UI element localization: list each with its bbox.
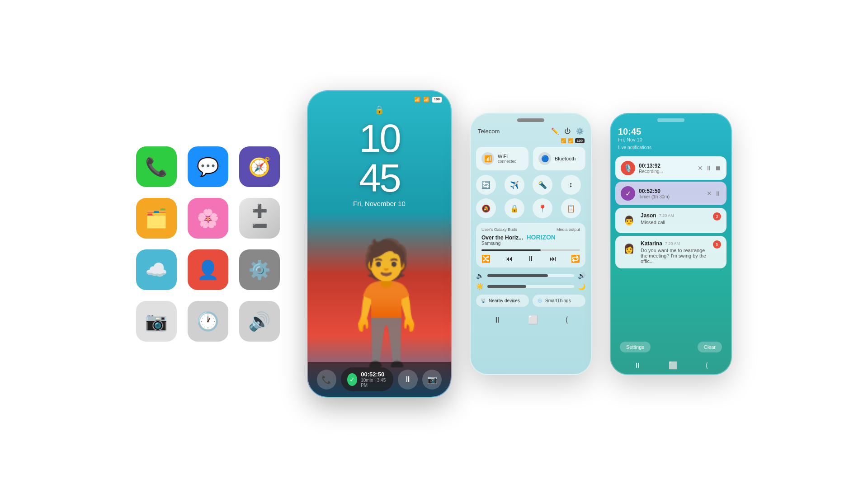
- notif-bottom-buttons: Settings Clear: [611, 342, 731, 352]
- brightness-track[interactable]: [487, 285, 574, 288]
- app-grid: 📞 💬 🧭 🗂️ 🌸 ➕➖ ☁️ 👤 ⚙️ 📷 🕐 🔊: [136, 146, 280, 342]
- clock-hour: 10: [308, 118, 451, 158]
- timer-icon: ✓: [347, 373, 357, 386]
- katarina-avatar: 👩: [621, 240, 637, 257]
- app-speaker[interactable]: 🔊: [239, 301, 280, 342]
- pause-btn[interactable]: ⏸: [398, 370, 418, 389]
- jason-count: 3: [713, 212, 721, 221]
- timer-pill[interactable]: ✓ 00:52:50 10min · 3:45 PM: [341, 367, 393, 391]
- media-source: User's Galaxy Buds: [481, 227, 517, 232]
- app-flower[interactable]: 🌸: [188, 198, 228, 239]
- jason-msg-card[interactable]: 👨 Jason 7:20 AM Missed call 3: [615, 208, 726, 233]
- timer-notif-content: 00:52:50 Timer (1h 30m): [639, 188, 703, 199]
- notif-clear-btn[interactable]: Clear: [698, 342, 722, 352]
- notif-notch: [657, 118, 684, 122]
- camera-quick-btn[interactable]: 📷: [422, 370, 442, 389]
- katarina-text: Do you want me to rearrange the meeting?…: [641, 248, 709, 264]
- recording-pause[interactable]: ⏸: [706, 164, 712, 172]
- timer-notif[interactable]: ✓ 00:52:50 Timer (1h 30m) ✕ ⏸: [615, 182, 726, 205]
- media-progress-fill: [481, 249, 541, 251]
- location-btn[interactable]: 📍: [533, 198, 552, 218]
- katarina-name: Katarina: [641, 240, 662, 247]
- cc-nav-back[interactable]: ⟨: [565, 315, 568, 325]
- bluetooth-tile[interactable]: 🔵 Bluetooth: [533, 147, 585, 170]
- bottom-bar: 📞 ✓ 00:52:50 10min · 3:45 PM ⏸ 📷: [308, 362, 451, 397]
- volume-track[interactable]: [487, 274, 574, 277]
- timer-close[interactable]: ✕: [707, 190, 712, 197]
- volume-icon: 🔈: [476, 272, 484, 279]
- app-files[interactable]: 🗂️: [136, 198, 177, 239]
- transfer-btn[interactable]: ↕️: [561, 175, 581, 195]
- notch: [517, 118, 544, 122]
- rotate-btn[interactable]: 🔄: [476, 175, 496, 195]
- timer-notif-actions: ✕ ⏸: [707, 190, 721, 197]
- notif-header: 10:45 Fri, Nov 10 Live notifications: [611, 122, 731, 155]
- power-icon[interactable]: ⏻: [564, 127, 571, 135]
- sound-btn[interactable]: 🔕: [476, 198, 496, 218]
- cc-status-icons: 📶 📶 100: [471, 138, 591, 145]
- app-messages[interactable]: 💬: [188, 146, 228, 187]
- lock-icon: 🔒: [374, 105, 384, 115]
- app-safari[interactable]: 🧭: [239, 146, 280, 187]
- settings-icon[interactable]: ⚙️: [576, 127, 584, 135]
- app-calculator[interactable]: ➕➖: [239, 198, 280, 239]
- app-settings[interactable]: ⚙️: [239, 249, 280, 290]
- cc-nav-home[interactable]: ⬜: [528, 315, 538, 325]
- cc-media-player: User's Galaxy Buds Media output Over the…: [476, 223, 585, 267]
- recording-content: 00:13:92 Recording...: [639, 163, 694, 174]
- volume-slider-row: 🔈 🔊: [476, 272, 585, 279]
- phone-quick-btn[interactable]: 📞: [317, 370, 336, 389]
- wifi-status: 📶: [561, 138, 566, 143]
- app-contacts[interactable]: 👤: [188, 249, 228, 290]
- notif-nav-home[interactable]: ⬜: [669, 361, 678, 370]
- clipboard-btn[interactable]: 📋: [561, 198, 581, 218]
- app-clock[interactable]: 🕐: [188, 301, 228, 342]
- recording-notif[interactable]: 🎙️ 00:13:92 Recording... ✕ ⏸ ⏹: [615, 156, 726, 180]
- edit-icon[interactable]: ✏️: [551, 127, 559, 135]
- notif-date: Fri, Nov 10: [618, 137, 724, 142]
- notif-settings-btn[interactable]: Settings: [620, 342, 651, 352]
- clock-display: 10 45: [308, 118, 451, 198]
- app-phone[interactable]: 📞: [136, 146, 177, 187]
- recording-time: 00:13:92: [639, 163, 694, 169]
- scene: 📞 💬 🧭 🗂️ 🌸 ➕➖ ☁️ 👤 ⚙️ 📷 🕐 🔊 📶 📶 100 🔒 10…: [136, 90, 732, 398]
- nearby-label: Nearby devices: [489, 298, 520, 303]
- volume-fill: [487, 274, 548, 277]
- battery-status: 100: [575, 138, 585, 143]
- signal-status: 📶: [568, 138, 573, 143]
- timer-info: 00:52:50 10min · 3:45 PM: [361, 371, 387, 388]
- nearby-devices-btn[interactable]: 📡 Nearby devices: [476, 295, 529, 307]
- smart-things-btn[interactable]: ❄️ SmartThings: [533, 295, 585, 307]
- recording-close[interactable]: ✕: [698, 164, 703, 172]
- recording-stop[interactable]: ⏹: [715, 164, 721, 172]
- cc-nav-pause[interactable]: ⏸: [493, 315, 501, 325]
- live-label: Live notifications: [618, 145, 724, 150]
- clock-min: 45: [308, 158, 451, 198]
- media-artist: Samsung: [481, 241, 580, 246]
- media-next[interactable]: ⏭: [549, 255, 557, 263]
- airplane-btn[interactable]: ✈️: [505, 175, 524, 195]
- torch-btn[interactable]: 🔦: [533, 175, 552, 195]
- media-progress-bar: [481, 249, 580, 251]
- media-prev[interactable]: ⏮: [505, 255, 513, 263]
- wifi-tile[interactable]: 📶 WiFi connected: [476, 147, 528, 170]
- cc-quick-tiles: 📶 WiFi connected 🔵 Bluetooth: [471, 147, 591, 170]
- recording-sub: Recording...: [639, 169, 694, 174]
- media-shuffle[interactable]: 🔀: [481, 254, 491, 263]
- lock-btn[interactable]: 🔒: [505, 198, 524, 218]
- app-cloud[interactable]: ☁️: [136, 249, 177, 290]
- wifi-sub: connected: [498, 159, 517, 164]
- notif-nav-back[interactable]: ⟨: [705, 361, 708, 370]
- jason-name: Jason: [641, 212, 656, 219]
- app-camera[interactable]: 📷: [136, 301, 177, 342]
- media-repeat[interactable]: 🔁: [571, 254, 580, 263]
- katarina-msg-card[interactable]: 👩 Katarina 7:20 AM Do you want me to rea…: [615, 236, 726, 268]
- timer-notif-icon: ✓: [621, 186, 635, 201]
- cc-bottom-buttons: 📡 Nearby devices ❄️ SmartThings: [471, 295, 591, 307]
- media-play-pause[interactable]: ⏸: [527, 255, 534, 263]
- notif-nav-pause[interactable]: ⏸: [634, 361, 641, 370]
- media-horizon: HORIZON: [526, 234, 556, 241]
- timer-time: 00:52:50: [361, 371, 387, 378]
- phone-lockscreen: 📶 📶 100 🔒 10 45 Fri, November 10 🧍 📞 ✓ 0…: [307, 90, 452, 398]
- timer-pause[interactable]: ⏸: [715, 190, 721, 197]
